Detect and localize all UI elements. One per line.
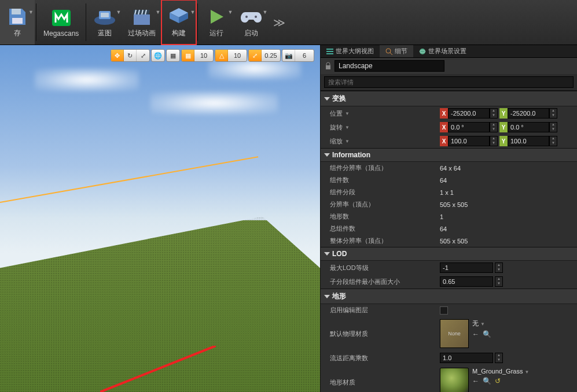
info-row: 总组件数64 bbox=[321, 223, 577, 235]
svg-point-8 bbox=[255, 16, 257, 18]
info-label: 组件数 bbox=[330, 176, 440, 184]
angle-snap-value[interactable]: 10 bbox=[228, 50, 247, 61]
section-transform[interactable]: 变换 bbox=[321, 91, 577, 106]
browse-icon[interactable]: 🔍 bbox=[483, 330, 491, 338]
blueprint-icon bbox=[93, 6, 116, 27]
dropdown-icon[interactable]: ▼ bbox=[155, 9, 160, 15]
details-panel: 世界大纲视图 细节 世界场景设置 变换 bbox=[320, 45, 577, 392]
disclose-icon bbox=[324, 97, 330, 101]
megascans-button[interactable]: Megascans bbox=[38, 0, 84, 45]
info-value: 505 x 505 bbox=[440, 201, 468, 208]
svg-point-13 bbox=[386, 49, 391, 53]
tab-details[interactable]: 细节 bbox=[380, 45, 413, 57]
section-information[interactable]: Information bbox=[321, 148, 577, 162]
info-row: 地形数1 bbox=[321, 210, 577, 223]
info-label: 整体分辨率（顶点） bbox=[330, 236, 440, 245]
scale-snap-value[interactable]: 0.25 bbox=[262, 50, 280, 61]
subsection-min-input[interactable] bbox=[440, 276, 493, 287]
blueprint-button[interactable]: 蓝图 ▼ bbox=[87, 0, 122, 45]
axis-x-label: X bbox=[440, 108, 448, 119]
info-label: 分辨率（顶点） bbox=[330, 200, 440, 209]
landscape-material-dropdown[interactable]: M_Ground_Grass ▼ bbox=[472, 368, 529, 375]
svg-line-14 bbox=[390, 53, 392, 55]
play-button[interactable]: 运行 ▼ bbox=[199, 0, 234, 45]
section-terrain[interactable]: 地形 bbox=[321, 289, 577, 304]
viewport-toolbar: ✥ ↻ ⤢ 🌐 ▦ ▦ 10 △ 10 bbox=[109, 48, 315, 63]
globe-icon bbox=[419, 48, 426, 55]
build-icon bbox=[167, 6, 190, 27]
tab-outliner[interactable]: 世界大纲视图 bbox=[321, 45, 380, 57]
grid-snap-icon[interactable]: ▦ bbox=[182, 50, 194, 61]
camera-speed-icon[interactable]: 📷 bbox=[282, 50, 295, 61]
grid-snap-value[interactable]: 10 bbox=[194, 50, 213, 61]
viewport-3d[interactable] bbox=[0, 45, 320, 392]
location-x-input[interactable] bbox=[448, 108, 490, 119]
svg-rect-17 bbox=[326, 65, 330, 69]
save-button[interactable]: 存 ▼ bbox=[0, 0, 35, 45]
camera-speed-value[interactable]: 6 bbox=[295, 50, 314, 61]
info-value: 64 bbox=[440, 225, 447, 232]
transform-scale-icon[interactable]: ⤢ bbox=[137, 50, 149, 61]
svg-rect-1 bbox=[12, 18, 23, 24]
svg-rect-0 bbox=[12, 9, 21, 14]
search-input[interactable] bbox=[324, 76, 574, 88]
angle-snap-icon[interactable]: △ bbox=[215, 50, 228, 61]
info-row: 组件数64 bbox=[321, 174, 577, 186]
dropdown-icon[interactable]: ▼ bbox=[28, 9, 34, 15]
scale-y-input[interactable] bbox=[508, 136, 549, 146]
use-selected-icon[interactable]: ← bbox=[472, 330, 479, 338]
streaming-mult-input[interactable] bbox=[440, 353, 493, 363]
scale-snap-icon[interactable]: ⤢ bbox=[249, 50, 262, 61]
svg-rect-10 bbox=[326, 49, 333, 50]
use-selected-icon[interactable]: ← bbox=[472, 377, 479, 385]
megascans-icon bbox=[50, 8, 73, 28]
info-row: 组件分段1 x 1 bbox=[321, 186, 577, 198]
build-button[interactable]: 构建 ▼ bbox=[161, 0, 196, 45]
svg-rect-6 bbox=[134, 14, 150, 25]
phys-material-thumbnail[interactable]: None bbox=[440, 319, 469, 348]
info-value: 64 bbox=[440, 177, 447, 184]
coord-space-icon[interactable]: 🌐 bbox=[152, 50, 164, 61]
actor-name-input[interactable] bbox=[335, 60, 444, 72]
landscape-material-thumbnail[interactable] bbox=[440, 368, 469, 392]
info-value: 1 x 1 bbox=[440, 189, 454, 196]
browse-icon[interactable]: 🔍 bbox=[483, 377, 491, 385]
dropdown-icon[interactable]: ▼ bbox=[262, 9, 267, 15]
dropdown-icon[interactable]: ▼ bbox=[190, 9, 195, 15]
launch-button[interactable]: 启动 ▼ bbox=[234, 0, 269, 45]
tab-world-settings[interactable]: 世界场景设置 bbox=[413, 45, 472, 57]
clapboard-icon bbox=[130, 6, 153, 27]
reset-icon[interactable]: ↺ bbox=[495, 377, 501, 385]
svg-point-15 bbox=[420, 49, 425, 54]
phys-material-dropdown[interactable]: 无 ▼ bbox=[472, 319, 491, 328]
dropdown-icon[interactable]: ▼ bbox=[116, 9, 121, 15]
info-row: 分辨率（顶点）505 x 505 bbox=[321, 198, 577, 210]
location-y-input[interactable] bbox=[508, 108, 549, 119]
main-toolbar: 存 ▼ Megascans 蓝图 ▼ 过场动画 ▼ bbox=[0, 0, 577, 45]
scale-x-input[interactable] bbox=[448, 136, 490, 146]
dropdown-icon[interactable]: ▼ bbox=[227, 9, 233, 15]
enable-layers-checkbox[interactable] bbox=[440, 306, 448, 315]
transform-rotate-icon[interactable]: ↻ bbox=[124, 50, 137, 61]
toolbar-overflow-icon[interactable]: ≫ bbox=[269, 0, 290, 45]
surface-snap-icon[interactable]: ▦ bbox=[167, 50, 179, 61]
cinematic-button[interactable]: 过场动画 ▼ bbox=[122, 0, 161, 45]
transform-move-icon[interactable]: ✥ bbox=[111, 50, 124, 61]
spinner[interactable]: ▲▼ bbox=[549, 108, 557, 119]
info-row: 整体分辨率（顶点）505 x 505 bbox=[321, 235, 577, 247]
viewport[interactable]: ✥ ↻ ⤢ 🌐 ▦ ▦ 10 △ 10 bbox=[0, 45, 320, 392]
info-label: 组件分辨率（顶点） bbox=[330, 164, 440, 172]
rotation-y-input[interactable] bbox=[508, 122, 549, 132]
lock-icon[interactable] bbox=[324, 62, 332, 70]
panel-tabs: 世界大纲视图 细节 世界场景设置 bbox=[321, 45, 577, 58]
svg-rect-12 bbox=[326, 53, 333, 54]
spinner[interactable]: ▲▼ bbox=[490, 108, 498, 119]
info-label: 地形数 bbox=[330, 212, 440, 221]
play-icon bbox=[205, 6, 228, 27]
section-lod[interactable]: LOD bbox=[321, 247, 577, 261]
info-row: 组件分辨率（顶点）64 x 64 bbox=[321, 162, 577, 174]
svg-rect-5 bbox=[101, 13, 109, 17]
axis-y-label: Y bbox=[499, 108, 508, 119]
max-lod-input[interactable] bbox=[440, 262, 493, 273]
rotation-x-input[interactable] bbox=[448, 122, 490, 132]
